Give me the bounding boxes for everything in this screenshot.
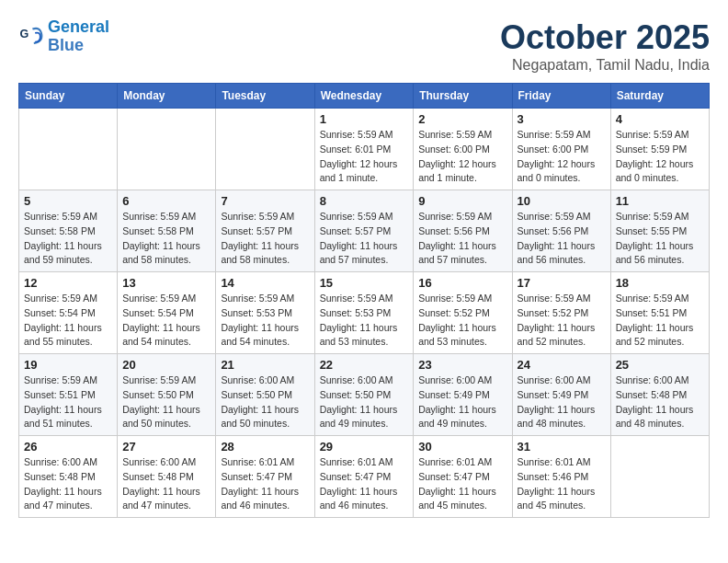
day-info: Sunrise: 6:00 AM Sunset: 5:50 PM Dayligh… (221, 373, 309, 431)
calendar-week-row: 5Sunrise: 5:59 AM Sunset: 5:58 PM Daylig… (19, 190, 710, 272)
day-number: 19 (24, 358, 112, 372)
day-info: Sunrise: 5:59 AM Sunset: 5:54 PM Dayligh… (24, 292, 112, 350)
calendar-cell: 26Sunrise: 6:00 AM Sunset: 5:48 PM Dayli… (19, 436, 118, 518)
day-info: Sunrise: 5:59 AM Sunset: 5:58 PM Dayligh… (122, 210, 210, 268)
day-number: 30 (418, 440, 506, 454)
calendar-cell: 18Sunrise: 5:59 AM Sunset: 5:51 PM Dayli… (610, 272, 709, 354)
day-info: Sunrise: 6:00 AM Sunset: 5:48 PM Dayligh… (122, 455, 210, 513)
calendar-cell (216, 109, 314, 190)
calendar-cell: 30Sunrise: 6:01 AM Sunset: 5:47 PM Dayli… (414, 436, 512, 518)
calendar-cell: 1Sunrise: 5:59 AM Sunset: 6:01 PM Daylig… (314, 109, 414, 190)
calendar-cell: 14Sunrise: 5:59 AM Sunset: 5:53 PM Dayli… (216, 272, 314, 354)
day-info: Sunrise: 6:00 AM Sunset: 5:48 PM Dayligh… (24, 455, 112, 513)
day-number: 1 (320, 112, 409, 126)
calendar-body: 1Sunrise: 5:59 AM Sunset: 6:01 PM Daylig… (19, 109, 710, 518)
calendar-week-row: 19Sunrise: 5:59 AM Sunset: 5:51 PM Dayli… (19, 354, 710, 436)
day-info: Sunrise: 5:59 AM Sunset: 6:00 PM Dayligh… (418, 128, 506, 186)
day-info: Sunrise: 5:59 AM Sunset: 5:55 PM Dayligh… (616, 210, 704, 268)
day-number: 24 (518, 358, 606, 372)
calendar-subtitle: Negapatam, Tamil Nadu, India (500, 57, 710, 74)
logo-line1: General (48, 18, 109, 37)
day-number: 8 (320, 194, 409, 208)
calendar-cell: 9Sunrise: 5:59 AM Sunset: 5:56 PM Daylig… (414, 190, 512, 272)
day-info: Sunrise: 6:00 AM Sunset: 5:50 PM Dayligh… (320, 373, 409, 431)
day-info: Sunrise: 6:01 AM Sunset: 5:47 PM Dayligh… (221, 455, 309, 513)
day-info: Sunrise: 6:00 AM Sunset: 5:48 PM Dayligh… (616, 373, 704, 431)
calendar-cell: 31Sunrise: 6:01 AM Sunset: 5:46 PM Dayli… (512, 436, 610, 518)
day-number: 10 (518, 194, 606, 208)
day-info: Sunrise: 5:59 AM Sunset: 5:57 PM Dayligh… (320, 210, 409, 268)
day-info: Sunrise: 5:59 AM Sunset: 5:52 PM Dayligh… (518, 292, 606, 350)
calendar-week-row: 1Sunrise: 5:59 AM Sunset: 6:01 PM Daylig… (19, 109, 710, 190)
calendar-table: SundayMondayTuesdayWednesdayThursdayFrid… (18, 83, 710, 518)
calendar-cell: 10Sunrise: 5:59 AM Sunset: 5:56 PM Dayli… (512, 190, 610, 272)
day-number: 31 (518, 440, 606, 454)
calendar-cell: 24Sunrise: 6:00 AM Sunset: 5:49 PM Dayli… (512, 354, 610, 436)
calendar-cell: 29Sunrise: 6:01 AM Sunset: 5:47 PM Dayli… (314, 436, 414, 518)
day-number: 20 (122, 358, 210, 372)
day-number: 3 (518, 112, 606, 126)
day-number: 21 (221, 358, 309, 372)
day-info: Sunrise: 6:00 AM Sunset: 5:49 PM Dayligh… (418, 373, 506, 431)
day-number: 23 (418, 358, 506, 372)
title-area: October 2025 Negapatam, Tamil Nadu, Indi… (500, 18, 710, 74)
weekday-header-thursday: Thursday (414, 84, 512, 109)
calendar-header: SundayMondayTuesdayWednesdayThursdayFrid… (19, 84, 710, 109)
weekday-header-row: SundayMondayTuesdayWednesdayThursdayFrid… (19, 84, 710, 109)
weekday-header-saturday: Saturday (610, 84, 709, 109)
calendar-cell: 4Sunrise: 5:59 AM Sunset: 5:59 PM Daylig… (610, 109, 709, 190)
weekday-header-tuesday: Tuesday (216, 84, 314, 109)
day-number: 29 (320, 440, 409, 454)
svg-text:G: G (19, 28, 28, 40)
day-info: Sunrise: 5:59 AM Sunset: 5:54 PM Dayligh… (122, 292, 210, 350)
day-info: Sunrise: 5:59 AM Sunset: 5:51 PM Dayligh… (616, 292, 704, 350)
day-number: 27 (122, 440, 210, 454)
calendar-cell (118, 109, 216, 190)
day-number: 25 (616, 358, 704, 372)
day-number: 5 (24, 194, 112, 208)
day-number: 16 (418, 276, 506, 290)
calendar-cell: 27Sunrise: 6:00 AM Sunset: 5:48 PM Dayli… (118, 436, 216, 518)
calendar-cell (610, 436, 709, 518)
day-info: Sunrise: 5:59 AM Sunset: 5:52 PM Dayligh… (418, 292, 506, 350)
logo-icon: G (18, 24, 44, 50)
day-number: 6 (122, 194, 210, 208)
day-info: Sunrise: 5:59 AM Sunset: 5:57 PM Dayligh… (221, 210, 309, 268)
day-info: Sunrise: 5:59 AM Sunset: 5:59 PM Dayligh… (616, 128, 704, 186)
day-info: Sunrise: 5:59 AM Sunset: 5:58 PM Dayligh… (24, 210, 112, 268)
day-info: Sunrise: 5:59 AM Sunset: 5:56 PM Dayligh… (518, 210, 606, 268)
calendar-cell: 7Sunrise: 5:59 AM Sunset: 5:57 PM Daylig… (216, 190, 314, 272)
weekday-header-wednesday: Wednesday (314, 84, 414, 109)
day-number: 7 (221, 194, 309, 208)
day-number: 11 (616, 194, 704, 208)
calendar-cell (19, 109, 118, 190)
calendar-cell: 16Sunrise: 5:59 AM Sunset: 5:52 PM Dayli… (414, 272, 512, 354)
day-info: Sunrise: 5:59 AM Sunset: 5:56 PM Dayligh… (418, 210, 506, 268)
calendar-cell: 25Sunrise: 6:00 AM Sunset: 5:48 PM Dayli… (610, 354, 709, 436)
logo-line2: Blue (48, 37, 109, 55)
day-number: 28 (221, 440, 309, 454)
day-number: 14 (221, 276, 309, 290)
calendar-cell: 23Sunrise: 6:00 AM Sunset: 5:49 PM Dayli… (414, 354, 512, 436)
day-number: 17 (518, 276, 606, 290)
calendar-cell: 6Sunrise: 5:59 AM Sunset: 5:58 PM Daylig… (118, 190, 216, 272)
calendar-cell: 21Sunrise: 6:00 AM Sunset: 5:50 PM Dayli… (216, 354, 314, 436)
calendar-cell: 2Sunrise: 5:59 AM Sunset: 6:00 PM Daylig… (414, 109, 512, 190)
day-info: Sunrise: 5:59 AM Sunset: 5:50 PM Dayligh… (122, 373, 210, 431)
weekday-header-friday: Friday (512, 84, 610, 109)
day-number: 12 (24, 276, 112, 290)
day-number: 4 (616, 112, 704, 126)
calendar-cell: 17Sunrise: 5:59 AM Sunset: 5:52 PM Dayli… (512, 272, 610, 354)
weekday-header-monday: Monday (118, 84, 216, 109)
day-number: 22 (320, 358, 409, 372)
calendar-cell: 22Sunrise: 6:00 AM Sunset: 5:50 PM Dayli… (314, 354, 414, 436)
logo-wordmark: General Blue (48, 18, 109, 55)
day-number: 2 (418, 112, 506, 126)
day-info: Sunrise: 6:01 AM Sunset: 5:47 PM Dayligh… (418, 455, 506, 513)
day-number: 18 (616, 276, 704, 290)
day-info: Sunrise: 5:59 AM Sunset: 5:53 PM Dayligh… (320, 292, 409, 350)
day-number: 15 (320, 276, 409, 290)
day-info: Sunrise: 6:01 AM Sunset: 5:47 PM Dayligh… (320, 455, 409, 513)
day-info: Sunrise: 5:59 AM Sunset: 5:51 PM Dayligh… (24, 373, 112, 431)
weekday-header-sunday: Sunday (19, 84, 118, 109)
